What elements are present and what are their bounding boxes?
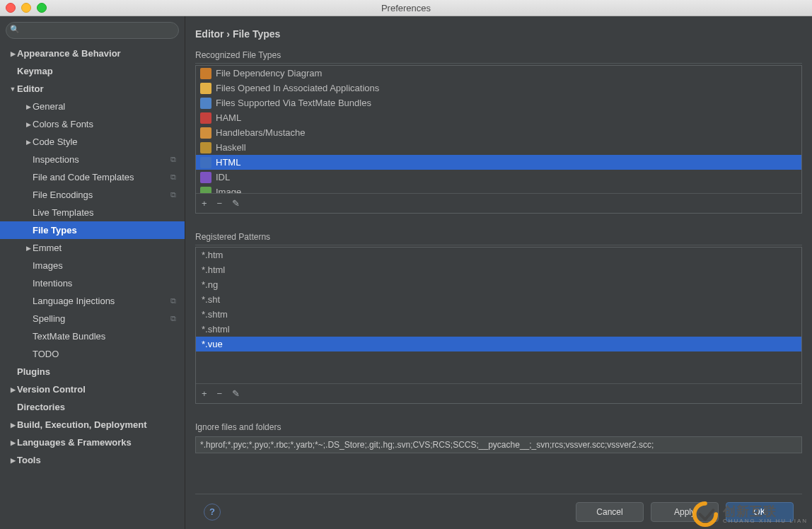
pattern-row[interactable]: *.shtml [196, 322, 801, 337]
filetype-row[interactable]: IDL [196, 170, 801, 185]
sidebar-item-label: Tools [17, 455, 41, 465]
sidebar-item-label: TODO [33, 349, 59, 359]
sidebar-item-appearance-behavior[interactable]: ▶Appearance & Behavior [0, 45, 185, 62]
filetype-row[interactable]: Image [196, 185, 801, 193]
settings-tree[interactable]: ▶Appearance & BehaviorKeymap▼Editor▶Gene… [0, 45, 185, 529]
search-icon: 🔍 [10, 25, 20, 34]
tree-arrow-icon: ▶ [8, 386, 17, 393]
tree-arrow-icon: ▶ [8, 422, 17, 429]
sidebar-item-version-control[interactable]: ▶Version Control [0, 380, 185, 398]
add-filetype-button[interactable]: + [202, 198, 207, 209]
sidebar-item-build-execution-deployment[interactable]: ▶Build, Execution, Deployment [0, 416, 185, 434]
sidebar-item-file-encodings[interactable]: File Encodings⧉ [0, 186, 185, 204]
sidebar-item-file-and-code-templates[interactable]: File and Code Templates⧉ [0, 168, 185, 186]
filetype-label: HTML [216, 157, 240, 168]
watermark-brand: 创新互联 [723, 505, 808, 518]
patterns-toolbar: + − ✎ [196, 383, 801, 403]
sidebar-item-label: File Types [33, 225, 77, 236]
tree-arrow-icon: ▶ [24, 245, 33, 252]
sidebar-item-intentions[interactable]: Intentions [0, 274, 185, 292]
filetype-icon [200, 172, 211, 183]
add-pattern-button[interactable]: + [202, 388, 207, 399]
search-wrap: 🔍 [0, 16, 185, 45]
sidebar-item-images[interactable]: Images [0, 257, 185, 274]
sidebar-item-label: Live Templates [33, 207, 93, 218]
remove-pattern-button[interactable]: − [217, 388, 223, 399]
pattern-label: *.sht [202, 294, 220, 305]
filetype-row[interactable]: Files Opened In Associated Applications [196, 81, 801, 95]
pattern-row[interactable]: *.shtm [196, 307, 801, 322]
window-title: Preferences [0, 3, 812, 13]
titlebar: Preferences [0, 0, 812, 16]
sidebar-item-plugins[interactable]: Plugins [0, 363, 185, 380]
search-input[interactable] [6, 22, 179, 39]
filetype-row[interactable]: File Dependency Diagram [196, 66, 801, 81]
pattern-row[interactable]: *.vue [196, 337, 801, 351]
filetype-icon [200, 83, 211, 94]
sidebar-item-todo[interactable]: TODO [0, 345, 185, 363]
filetype-icon [200, 98, 211, 109]
sidebar-item-label: Intentions [33, 278, 72, 289]
sidebar-item-language-injections[interactable]: Language Injections⧉ [0, 292, 185, 310]
sidebar-item-label: Emmet [33, 243, 62, 253]
pattern-label: *.vue [202, 339, 223, 349]
remove-filetype-button[interactable]: − [217, 198, 223, 209]
filetype-row[interactable]: HAML [196, 110, 801, 125]
sidebar-item-textmate-bundles[interactable]: TextMate Bundles [0, 327, 185, 345]
project-settings-icon: ⧉ [170, 155, 176, 164]
filetype-icon [200, 127, 211, 139]
pattern-row[interactable]: *.htm [196, 248, 801, 262]
sidebar-item-code-style[interactable]: ▶Code Style [0, 133, 185, 151]
sidebar-item-keymap[interactable]: Keymap [0, 62, 185, 80]
edit-filetype-button[interactable]: ✎ [232, 198, 240, 209]
filetype-label: Haskell [216, 142, 246, 153]
pattern-row[interactable]: *.html [196, 262, 801, 277]
filetype-row[interactable]: Haskell [196, 140, 801, 155]
sidebar-item-file-types[interactable]: File Types [0, 221, 185, 239]
sidebar-item-tools[interactable]: ▶Tools [0, 451, 185, 469]
sidebar-item-general[interactable]: ▶General [0, 98, 185, 115]
cancel-button[interactable]: Cancel [576, 502, 644, 522]
filetype-label: File Dependency Diagram [216, 68, 322, 79]
recognized-file-types-header: Recognized File Types [195, 45, 802, 64]
filetype-icon [200, 112, 211, 124]
filetype-icon [200, 187, 211, 194]
pattern-row[interactable]: *.sht [196, 292, 801, 307]
sidebar-item-spelling[interactable]: Spelling⧉ [0, 310, 185, 327]
sidebar-item-label: File Encodings [33, 190, 93, 200]
sidebar-item-label: Version Control [17, 384, 86, 395]
sidebar-item-emmet[interactable]: ▶Emmet [0, 239, 185, 257]
filetype-row[interactable]: HTML [196, 155, 801, 170]
sidebar-item-label: Inspections [33, 154, 79, 165]
sidebar-item-label: Appearance & Behavior [17, 48, 121, 59]
preferences-window: Preferences 🔍 ▶Appearance & BehaviorKeym… [0, 0, 812, 529]
registered-patterns-list[interactable]: *.htm*.html*.ng*.sht*.shtm*.shtml*.vue +… [195, 247, 802, 404]
ignore-files-input[interactable] [195, 436, 802, 453]
sidebar-item-label: Images [33, 260, 63, 271]
help-button[interactable]: ? [204, 504, 221, 521]
filetype-label: Handlebars/Mustache [216, 127, 305, 138]
pattern-row[interactable]: *.ng [196, 277, 801, 292]
pattern-label: *.htm [202, 250, 223, 260]
sidebar-item-editor[interactable]: ▼Editor [0, 80, 185, 98]
project-settings-icon: ⧉ [170, 173, 176, 182]
filetype-row[interactable]: Handlebars/Mustache [196, 125, 801, 140]
breadcrumb: Editor › File Types [195, 23, 802, 45]
recognized-toolbar: + − ✎ [196, 193, 801, 213]
filetype-icon [200, 157, 211, 168]
sidebar-item-colors-fonts[interactable]: ▶Colors & Fonts [0, 115, 185, 133]
registered-patterns-header: Registered Patterns [195, 226, 802, 245]
sidebar-item-label: Directories [17, 402, 65, 412]
filetype-label: HAML [216, 112, 241, 123]
recognized-file-types-list[interactable]: File Dependency DiagramFiles Opened In A… [195, 65, 802, 214]
project-settings-icon: ⧉ [170, 314, 176, 323]
project-settings-icon: ⧉ [170, 190, 176, 199]
sidebar-item-directories[interactable]: Directories [0, 398, 185, 416]
sidebar-item-live-templates[interactable]: Live Templates [0, 204, 185, 221]
filetype-row[interactable]: Files Supported Via TextMate Bundles [196, 95, 801, 110]
pattern-label: *.shtml [202, 324, 230, 335]
sidebar-item-inspections[interactable]: Inspections⧉ [0, 151, 185, 168]
sidebar-item-languages-frameworks[interactable]: ▶Languages & Frameworks [0, 434, 185, 451]
watermark-logo-icon [692, 501, 719, 528]
edit-pattern-button[interactable]: ✎ [232, 388, 240, 399]
